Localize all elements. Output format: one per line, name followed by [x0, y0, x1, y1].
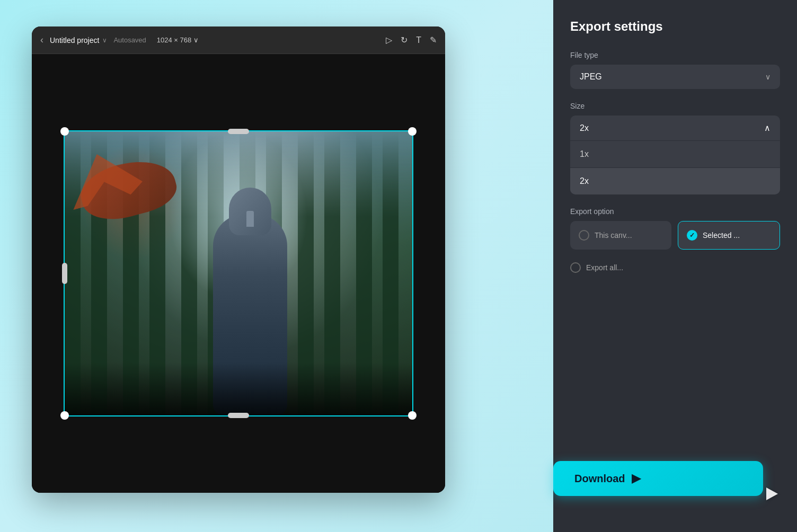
- selection-handle-top[interactable]: [228, 129, 249, 134]
- project-chevron-icon: ∨: [102, 37, 107, 44]
- export-option-label: Export option: [570, 207, 780, 216]
- size-option-1x[interactable]: 1x: [570, 141, 780, 168]
- this-canvas-label: This canv...: [595, 231, 632, 240]
- selection-handle-tr[interactable]: [408, 127, 417, 136]
- this-canvas-option[interactable]: This canv...: [570, 221, 671, 250]
- cursor-tool-icon[interactable]: ▷: [386, 35, 392, 45]
- selected-label: Selected ...: [703, 231, 740, 240]
- size-dropdown[interactable]: 2x ∧: [570, 116, 780, 141]
- autosaved-label: Autosaved: [113, 36, 146, 44]
- size-options-list: 1x 2x: [570, 141, 780, 194]
- file-type-chevron-icon: ∨: [765, 73, 771, 81]
- toolbar: ‹ Untitled project ∨ Autosaved 1024 × 76…: [32, 26, 445, 54]
- export-panel: Export settings File type JPEG ∨ Size 2x…: [553, 0, 797, 532]
- image-frame[interactable]: [64, 130, 413, 416]
- download-button[interactable]: Download ▶: [553, 461, 763, 496]
- cursor-pointer-icon: [766, 487, 778, 500]
- canvas-size-chevron-icon: ∨: [193, 36, 199, 44]
- project-name[interactable]: Untitled project ∨: [50, 36, 107, 45]
- selection-handle-bottom[interactable]: [228, 413, 249, 418]
- toolbar-tools: ▷ ↻ T ✎: [386, 35, 437, 45]
- text-tool-icon[interactable]: T: [416, 36, 421, 45]
- canvas-size[interactable]: 1024 × 768 ∨: [157, 36, 199, 44]
- export-option-section: Export option This canv... Selected ... …: [570, 207, 780, 279]
- back-button[interactable]: ‹: [40, 34, 43, 46]
- size-option-2x[interactable]: 2x: [570, 168, 780, 194]
- dragon-element: [81, 163, 176, 216]
- canvas-area: ‹ Untitled project ∨ Autosaved 1024 × 76…: [32, 26, 445, 493]
- selected-option-btn[interactable]: Selected ...: [678, 221, 780, 250]
- size-label: Size: [570, 102, 780, 110]
- selection-handle-left[interactable]: [62, 263, 67, 284]
- file-type-label: File type: [570, 51, 780, 59]
- size-section: Size 2x ∧ 1x 2x: [570, 102, 780, 207]
- file-type-value: JPEG: [580, 72, 602, 82]
- size-option-2x-label: 2x: [580, 176, 589, 185]
- selection-handle-br[interactable]: [408, 411, 417, 420]
- this-canvas-radio: [579, 230, 589, 241]
- export-all-option[interactable]: Export all...: [570, 256, 780, 279]
- pen-tool-icon[interactable]: ✎: [430, 35, 437, 45]
- size-option-1x-label: 1x: [580, 149, 589, 158]
- canvas-content: [32, 54, 445, 493]
- rotate-tool-icon[interactable]: ↻: [401, 35, 408, 45]
- selected-radio: [687, 230, 697, 241]
- size-value: 2x: [580, 123, 589, 133]
- download-label: Download: [574, 473, 625, 485]
- canvas-image: [65, 131, 412, 415]
- export-all-label: Export all...: [586, 263, 623, 272]
- panel-title: Export settings: [570, 19, 780, 34]
- export-options-row: This canv... Selected ...: [570, 221, 780, 250]
- size-chevron-icon: ∧: [764, 123, 771, 133]
- export-all-radio: [570, 262, 581, 273]
- selection-handle-tl[interactable]: [60, 127, 69, 136]
- selection-handle-bl[interactable]: [60, 411, 69, 420]
- file-type-dropdown[interactable]: JPEG ∨: [570, 65, 780, 89]
- download-arrow-icon: ▶: [632, 472, 641, 485]
